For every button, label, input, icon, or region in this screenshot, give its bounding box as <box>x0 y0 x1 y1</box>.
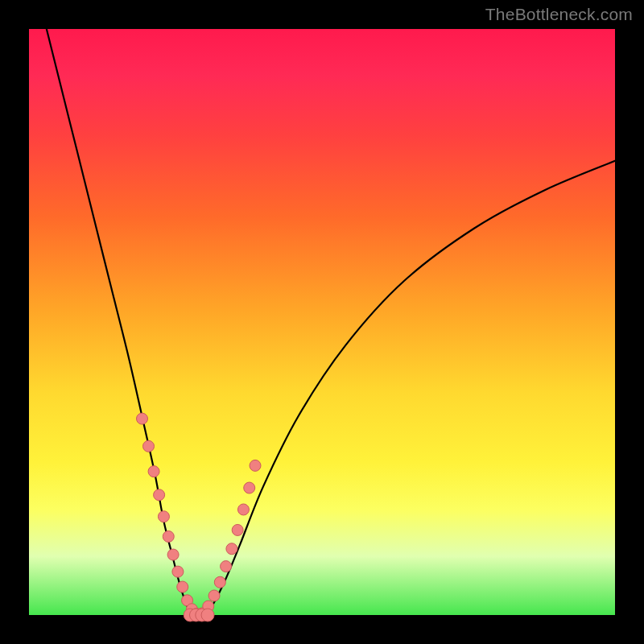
plot-area <box>29 29 615 615</box>
curve-layer <box>29 29 615 615</box>
bottleneck-curve-left <box>47 29 193 615</box>
marker-dots <box>137 413 262 621</box>
marker-dot <box>201 609 214 621</box>
bottleneck-curve-right <box>204 161 615 615</box>
marker-dot <box>250 460 261 471</box>
marker-dot <box>244 482 255 493</box>
marker-dot <box>208 590 220 601</box>
marker-dot <box>143 440 155 452</box>
marker-dot <box>172 566 184 577</box>
watermark-text: TheBottleneck.com <box>485 5 633 24</box>
marker-dot <box>226 543 237 555</box>
marker-dot <box>137 413 148 424</box>
marker-dot <box>177 581 188 592</box>
marker-dot <box>221 561 232 572</box>
chart-frame: TheBottleneck.com <box>0 0 644 644</box>
marker-dot <box>163 530 174 542</box>
marker-dot <box>158 511 169 522</box>
marker-dot <box>214 576 225 588</box>
marker-dot <box>237 504 249 515</box>
marker-dot <box>148 466 159 477</box>
marker-dot <box>232 524 243 535</box>
marker-dot <box>154 489 165 501</box>
marker-dot <box>167 549 179 560</box>
